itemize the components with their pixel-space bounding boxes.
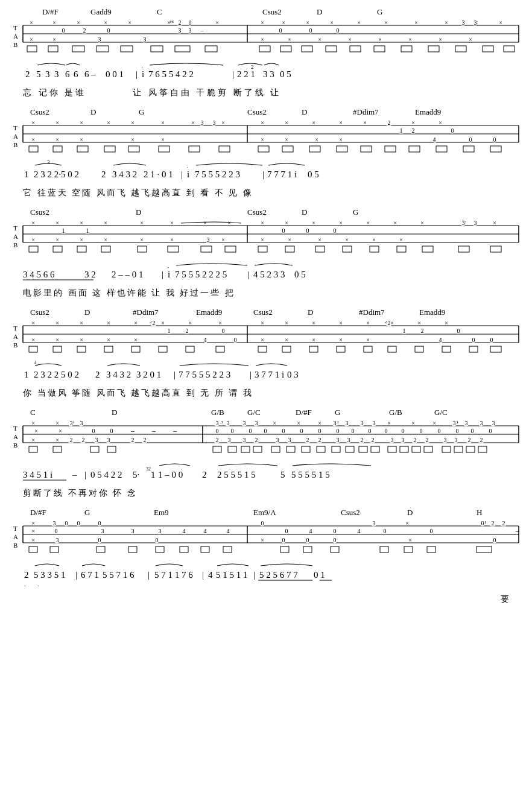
svg-text:0: 0 <box>493 537 496 543</box>
svg-text:0: 0 <box>369 428 372 434</box>
svg-text:D/#F: D/#F <box>42 7 59 16</box>
svg-rect-83 <box>326 46 337 52</box>
svg-rect-187 <box>490 146 501 152</box>
svg-text:×: × <box>134 337 138 343</box>
chord-line-2: Csus2 D G Csus2 D #Ddim7 Emadd9 <box>12 106 520 118</box>
svg-text:×: × <box>312 221 315 226</box>
svg-text:×: × <box>55 236 59 243</box>
svg-text:3: 3 <box>201 121 204 126</box>
svg-text:2: 2 <box>216 437 219 443</box>
svg-text:3: 3 <box>492 421 495 426</box>
svg-text:2: 2 <box>468 437 471 443</box>
svg-text:×: × <box>445 321 448 326</box>
svg-rect-561 <box>371 446 379 452</box>
svg-rect-185 <box>436 146 447 152</box>
svg-text:3: 3 <box>34 361 37 365</box>
svg-text:|: | <box>250 370 252 379</box>
svg-text:2: 2 <box>131 437 135 443</box>
svg-text:×: × <box>30 21 33 26</box>
svg-rect-72 <box>27 46 37 52</box>
svg-rect-82 <box>302 46 312 52</box>
svg-text:3: 3 <box>107 437 110 443</box>
svg-rect-182 <box>361 146 372 152</box>
svg-text:B: B <box>13 341 17 349</box>
svg-text:×: × <box>408 36 412 43</box>
svg-text:×: × <box>55 337 59 343</box>
section-2: Csus2 D G Csus2 D #Ddim7 Emadd9 T A B × … <box>12 106 520 201</box>
notation-line-3: 3 4 5 6 6 3 2 2 – – 0 1 | i · 7 5 5 5 2 … <box>12 261 520 283</box>
svg-text:3 4 5 6 6: 3 4 5 6 6 <box>23 270 55 279</box>
section-1: D/#F Gadd9 C Csus2 D G T A B × × × × <box>12 6 520 101</box>
svg-text:×: × <box>312 121 315 126</box>
svg-text:3 7 7 1 i: 3 7 7 1 i <box>255 370 284 379</box>
svg-text:|: | <box>202 570 204 580</box>
svg-text:6: 6 <box>65 69 70 79</box>
svg-text:Emadd9: Emadd9 <box>419 308 445 317</box>
svg-text:1: 1 <box>151 470 156 479</box>
svg-rect-265 <box>101 246 110 252</box>
svg-text:0: 0 <box>481 521 484 527</box>
svg-rect-565 <box>424 446 432 452</box>
svg-text:×: × <box>31 521 35 527</box>
svg-text:Csus2: Csus2 <box>253 308 273 317</box>
svg-text:3: 3 <box>391 437 394 443</box>
svg-rect-553 <box>253 446 262 452</box>
svg-text:T: T <box>13 324 17 332</box>
svg-text:4: 4 <box>433 136 436 143</box>
svg-text:×: × <box>104 221 107 226</box>
svg-text:×: × <box>107 321 110 326</box>
svg-text:0: 0 <box>471 428 474 434</box>
svg-rect-80 <box>259 46 270 52</box>
svg-rect-267 <box>168 246 179 252</box>
svg-text:×: × <box>188 321 192 326</box>
svg-rect-79 <box>205 46 217 52</box>
svg-text:×: × <box>312 321 315 326</box>
svg-text:3 2 0 1: 3 2 0 1 <box>136 370 161 379</box>
svg-text:B: B <box>13 241 17 248</box>
svg-text:2: 2 <box>82 437 85 443</box>
svg-rect-676 <box>331 546 339 552</box>
notation-line-6: 2 5 3 3 5 1 | 6 7 1 5 5 7 1 6 | 5 7 1 1 … <box>12 561 520 590</box>
svg-text:·: · <box>168 264 169 270</box>
svg-text:0: 0 <box>216 428 219 434</box>
svg-rect-670 <box>156 546 164 552</box>
svg-text:G/B: G/B <box>389 408 402 417</box>
svg-rect-547 <box>53 446 62 452</box>
svg-rect-564 <box>412 446 420 452</box>
svg-rect-277 <box>458 246 469 252</box>
lyrics-line-4: 你 当做风 筝随 风而飞 越飞越高直 到 无 所 谓 我 <box>12 386 520 399</box>
svg-text:D/#F: D/#F <box>30 508 46 517</box>
svg-text:4: 4 <box>208 570 213 580</box>
chord-line-3: Csus2 D Csus2 D G <box>12 206 520 218</box>
svg-text:0: 0 <box>279 27 282 34</box>
svg-text:2: 2 <box>414 437 417 443</box>
svg-text:×: × <box>134 321 138 326</box>
svg-text:3: 3 <box>45 69 50 79</box>
svg-text:3: 3 <box>455 437 458 443</box>
svg-rect-186 <box>463 146 474 152</box>
svg-text:3: 3 <box>207 236 210 243</box>
svg-text:×: × <box>261 36 264 43</box>
svg-text:2: 2 <box>153 321 156 326</box>
svg-rect-560 <box>359 446 367 452</box>
svg-text:1: 1 <box>24 169 29 179</box>
svg-text:×: × <box>339 337 343 343</box>
svg-text:×: × <box>285 121 288 126</box>
svg-text:×: × <box>306 21 309 26</box>
svg-text:#Ddim7: #Ddim7 <box>353 107 379 116</box>
lyrics-line-1: 忘 记你 是谁 让 风筝自由 干脆剪 断了线 让 <box>12 86 520 99</box>
svg-rect-86 <box>401 46 412 52</box>
section-5: C D G/B G/C D/#F G G/B G/C T A B × × 3 3… <box>12 407 520 502</box>
svg-rect-669 <box>128 546 137 552</box>
svg-text:3: 3 <box>480 421 483 426</box>
svg-text:×: × <box>77 21 80 26</box>
svg-text:×: × <box>170 236 174 243</box>
svg-text:1: 1 <box>86 227 89 234</box>
svg-text:0: 0 <box>318 428 321 434</box>
svg-text:G: G <box>335 408 340 417</box>
svg-text:3: 3 <box>373 521 376 527</box>
svg-text:×: × <box>218 321 222 326</box>
svg-text:0: 0 <box>334 528 337 534</box>
svg-text:×: × <box>128 21 131 26</box>
svg-rect-569 <box>478 446 487 452</box>
